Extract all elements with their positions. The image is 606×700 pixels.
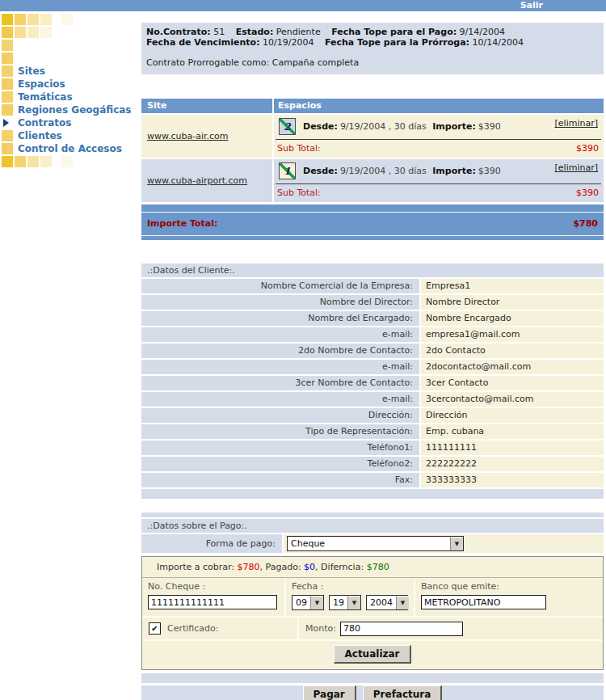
eliminar-link[interactable]: [eliminar] [555,118,598,129]
sidebar-item-control-de-accesos[interactable]: Control de Accesos [2,143,141,154]
sidebar-item-label[interactable]: Control de Accesos [18,143,122,154]
contract-info-line1: No.Contrato: 51 Estado: Pendiente Fecha … [146,27,600,37]
eliminar-link[interactable]: [eliminar] [555,162,598,173]
deco-square [2,27,13,38]
pagado-value: $0 [304,562,315,572]
deco-row [2,14,141,25]
sidebar-item-label[interactable]: Espacios [18,78,65,90]
fecha-month-select[interactable]: 09 [292,595,324,610]
deco-row [2,156,141,167]
espacio-icon[interactable]: 1 [279,162,296,179]
forma-de-pago-select[interactable]: Cheque [287,536,464,551]
dropdown-arrow-icon[interactable] [310,596,323,609]
client-row: 2do Nombre de Contacto:2do Contacto [141,344,604,358]
subtotal-value: $390 [576,143,599,154]
diferencia-label: Diferncia: [321,562,364,572]
certificado-label: Certificado: [167,623,218,634]
deco-square [27,156,39,167]
section-top-band [141,512,604,517]
field-value: Nombre Director [421,295,604,310]
contract-number-value: 51 [213,27,225,37]
client-row: Teléfono1:111111111 [141,441,604,455]
pagado-label: Pagado: [266,562,301,572]
fecha-year-select[interactable]: 2004 [366,595,408,610]
banco-label: Banco que emite: [421,581,596,592]
dropdown-arrow-icon[interactable] [347,596,360,609]
importe-value: $390 [478,166,501,176]
payment-summary-line: Importe a cobrar: $780, Pagado: $0, Dife… [142,557,603,578]
importe-value: $390 [478,121,501,132]
field-label: 3cer Nombre de Contacto: [141,376,419,390]
monto-input[interactable] [340,622,463,636]
payment-section: .:Datos sobre el Pago:. Forma de pago: C… [141,512,604,700]
deco-square [40,27,52,38]
site-link[interactable]: www.cuba-air.com [147,131,229,141]
main-content: No.Contrato: 51 Estado: Pendiente Fecha … [141,23,604,700]
dias-text: , 30 días [389,121,427,132]
client-row: e-mail:2docontacto@mail.com [141,360,604,374]
sidebar-item-espacios[interactable]: Espacios [2,78,141,90]
separator: , [260,562,263,572]
field-value: 111111111 [421,441,604,455]
deco-square [2,53,13,64]
field-value: 2docontacto@mail.com [421,360,604,374]
active-item-arrow-icon [3,119,9,127]
payment-details-box: Importe a cobrar: $780, Pagado: $0, Dife… [141,556,604,670]
table-row: www.cuba-airport.com 1 Desde:9/19/2004 ,… [141,159,604,202]
client-row: e-mail:empresa1@mail.com [141,327,604,342]
deco-square [2,40,13,51]
fecha-label: Fecha : [292,581,407,592]
actualizar-button[interactable]: Actualizar [334,645,410,664]
deco-square [15,14,26,25]
fecha-tope-pago-value: 9/14/2004 [460,27,505,37]
sidebar-item-clientes[interactable]: Clientes [2,130,141,141]
client-row: Fax:333333333 [141,473,604,487]
deco-square [40,156,52,167]
deco-square [15,156,26,167]
sidebar-item-label[interactable]: Sites [18,65,45,77]
deco-square [2,14,13,25]
field-value: 3cer Contacto [421,376,604,390]
sidebar-item-contratos[interactable]: Contratos [2,117,141,129]
field-label: Dirección: [141,408,419,423]
selected-option: 19 [330,596,347,609]
actions-band: Pagar Prefactura [141,685,604,700]
dropdown-arrow-icon[interactable] [396,596,409,609]
site-link[interactable]: www.cuba-airport.com [147,175,247,186]
sidebar-item-label[interactable]: Clientes [18,130,62,141]
field-label: e-mail: [141,327,419,342]
certificado-checkbox[interactable] [149,622,161,635]
importe-total-bar: Importe Total: $780 [141,205,604,240]
field-label: Teléfono2: [141,457,419,471]
logout-link[interactable]: Salir [520,0,543,11]
deco-square [2,143,13,154]
espacios-column-header: Espacios [274,99,604,113]
no-cheque-input[interactable] [148,595,277,609]
field-label: Nombre del Encargado: [141,311,419,326]
field-label: 2do Nombre de Contacto: [141,344,419,358]
sidebar-item-label[interactable]: Temáticas [18,91,73,103]
fecha-day-select[interactable]: 19 [329,595,361,610]
banco-input[interactable] [421,595,546,609]
estado-value: Pendiente [276,27,321,37]
field-value: 222222222 [421,457,604,471]
sites-table: Site Espacios www.cuba-air.com 2 Desde:9… [141,99,604,202]
prefactura-button[interactable]: Prefactura [363,685,443,700]
pagar-button[interactable]: Pagar [303,685,356,700]
fecha-vencimiento-label: Fecha de Vencimiento: [146,37,260,48]
field-label: Teléfono1: [141,441,419,455]
top-bar [0,0,606,11]
sidebar-item-label[interactable]: Contratos [18,117,71,129]
deco-square [2,78,13,90]
sidebar-item-label[interactable]: Regiones Geogáficas [18,104,132,116]
dropdown-arrow-icon[interactable] [450,537,463,550]
client-row: 3cer Nombre de Contacto:3cer Contacto [141,376,604,390]
sidebar-item-regiones-geograficas[interactable]: Regiones Geogáficas [2,104,141,116]
field-label: Fax: [141,473,419,487]
deco-square [2,156,13,167]
client-row: Nombre Comercial de la Empresa:Empresa1 [141,279,604,293]
separator: , [315,562,318,572]
sidebar-item-tematicas[interactable]: Temáticas [2,91,141,103]
sidebar-item-sites[interactable]: Sites [2,65,141,77]
espacio-icon[interactable]: 2 [279,118,296,135]
